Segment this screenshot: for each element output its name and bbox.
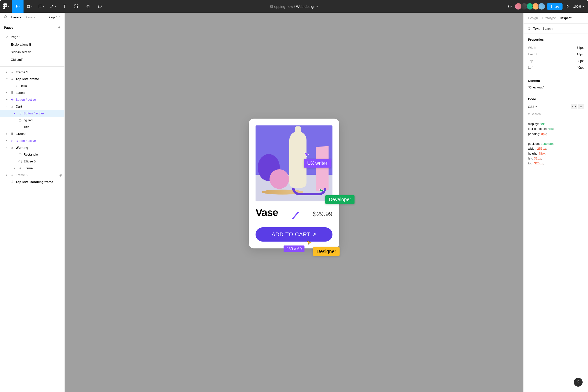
frame-icon: # xyxy=(10,104,14,108)
resize-handle[interactable] xyxy=(253,225,255,227)
right-panel: Design Prototype Inspect T Text Search P… xyxy=(523,13,588,392)
resize-handle[interactable] xyxy=(253,242,255,244)
pen-icon xyxy=(50,4,54,8)
code-view-button[interactable]: <> xyxy=(571,104,577,109)
layer-component[interactable]: ▸❖Button / active xyxy=(0,96,64,103)
svg-point-4 xyxy=(4,16,6,18)
prop-width: Width54px xyxy=(528,44,584,51)
layer-frame[interactable]: ▸#Frame xyxy=(0,165,64,172)
layer-frame-hidden[interactable]: ▸#Frame 5◉ xyxy=(0,172,64,178)
page-selector[interactable]: Page 1 ⌃ xyxy=(48,16,60,19)
frame-tool-button[interactable]: ▾ xyxy=(24,0,35,13)
add-page-button[interactable]: + xyxy=(58,25,60,30)
layer-frame[interactable]: ▾#Warning xyxy=(0,144,64,151)
resize-handle[interactable] xyxy=(333,242,335,244)
left-panel-tabs: Layers Assets Page 1 ⌃ xyxy=(0,13,64,22)
cursor-icon xyxy=(15,5,18,8)
tab-layers[interactable]: Layers xyxy=(11,16,22,19)
help-button[interactable]: ? xyxy=(574,378,582,386)
layer-rectangle[interactable]: ▢bg red xyxy=(0,116,64,124)
resources-button[interactable] xyxy=(70,0,82,13)
component-icon: ❖ xyxy=(10,98,14,102)
chevron-down-icon: ▾ xyxy=(55,6,56,8)
layer-instance[interactable]: ▸◇Button / active xyxy=(0,110,64,116)
comment-icon xyxy=(98,4,102,8)
pen-tool-button[interactable]: ▾ xyxy=(47,0,59,13)
inspect-tabs: Design Prototype Inspect xyxy=(524,13,588,24)
layer-frame[interactable]: ▾#Cart xyxy=(0,103,64,110)
shape-tool-button[interactable]: ▾ xyxy=(35,0,47,13)
tab-assets[interactable]: Assets xyxy=(26,16,35,19)
ellipse-icon: ◯ xyxy=(18,159,22,163)
frame-icon: # xyxy=(10,70,14,74)
hand-tool-button[interactable] xyxy=(82,0,94,13)
visibility-icon[interactable]: ◉ xyxy=(59,173,62,177)
resize-handle[interactable] xyxy=(333,225,335,227)
toolbar-left: ▾ ▾ ▾ ▾ ▾ T xyxy=(0,0,106,13)
layer-ellipse[interactable]: ◯Ellipse 5 xyxy=(0,158,64,165)
audio-button[interactable] xyxy=(506,0,514,13)
tab-prototype[interactable]: Prototype xyxy=(542,16,556,20)
avatar[interactable] xyxy=(538,3,545,10)
pages-list: Page 1 Explorations B Sign-in screen Old… xyxy=(0,33,64,66)
code-lang-selector[interactable]: CSS ▾ xyxy=(528,105,537,108)
rectangle-icon: ▢ xyxy=(18,152,22,156)
selection-dimensions: 260 × 60 xyxy=(284,246,304,252)
page-item[interactable]: Sign-in screen xyxy=(0,48,64,56)
arrow-icon: ↗ xyxy=(312,232,316,237)
zoom-selector[interactable]: 100% ▾ xyxy=(573,5,584,8)
product-card[interactable]: Vase $29.99 ADD TO CART ↗ 260 × 60 xyxy=(249,118,339,248)
page-item[interactable]: Page 1 xyxy=(0,33,64,41)
move-tool-button[interactable]: ▾ xyxy=(12,0,24,13)
prop-left: Left40px xyxy=(528,64,584,71)
group-icon: ⠿ xyxy=(10,91,14,94)
selected-element-wrapper: ADD TO CART ↗ 260 × 60 xyxy=(256,227,332,242)
add-to-cart-button[interactable]: ADD TO CART ↗ xyxy=(256,227,332,242)
instance-icon: ◇ xyxy=(10,139,14,142)
text-tool-button[interactable]: T xyxy=(59,0,70,13)
layer-scrolling-frame[interactable]: ⇵Top-level scrolling frame xyxy=(0,178,64,185)
breadcrumb-page: Web design xyxy=(296,4,315,8)
page-item[interactable]: Explorations B xyxy=(0,41,64,48)
share-button[interactable]: Share xyxy=(547,3,562,10)
product-price: $29.99 xyxy=(313,210,332,218)
group-icon: ⠿ xyxy=(10,132,14,136)
search-icon[interactable] xyxy=(4,15,7,19)
properties-section: Properties Width54px Height18px Top8px L… xyxy=(524,34,588,75)
layer-instance[interactable]: ▸◇Button / active xyxy=(0,137,64,144)
slash-decoration xyxy=(292,212,299,219)
layer-text[interactable]: TTitle xyxy=(0,124,64,130)
canvas[interactable]: Vase $29.99 ADD TO CART ↗ 260 × 60 xyxy=(65,13,523,392)
code-settings-button[interactable]: ≡ xyxy=(578,104,584,109)
present-button[interactable] xyxy=(564,0,571,13)
figma-logo-button[interactable]: ▾ xyxy=(0,0,12,13)
svg-rect-3 xyxy=(75,7,76,8)
layer-group[interactable]: ▸⠿Group 2 xyxy=(0,130,64,137)
layer-rectangle[interactable]: ▢Rectangle xyxy=(0,151,64,158)
resources-icon xyxy=(74,4,78,8)
layer-frame[interactable]: ▸#Frame 1 xyxy=(0,68,64,76)
chevron-down-icon: ▾ xyxy=(19,6,20,8)
layer-text[interactable]: THello xyxy=(0,82,64,89)
tab-inspect[interactable]: Inspect xyxy=(560,16,572,20)
text-icon: T xyxy=(18,125,22,129)
collaborator-avatars[interactable] xyxy=(516,3,545,10)
tab-design[interactable]: Design xyxy=(528,16,538,20)
page-item[interactable]: Old stuff xyxy=(0,56,64,64)
prop-top: Top8px xyxy=(528,58,584,64)
layer-frame[interactable]: ▾#Top-level frame xyxy=(0,76,64,82)
inspect-type-row: T Text Search xyxy=(524,24,588,34)
play-icon xyxy=(566,5,570,8)
chevron-down-icon: ▾ xyxy=(31,6,32,8)
code-block[interactable]: // Search display: flex; flex-direction:… xyxy=(528,112,584,166)
rectangle-icon: ▢ xyxy=(18,118,22,122)
layer-name: Search xyxy=(542,27,552,30)
breadcrumb[interactable]: Shopping-flow / Web design ▾ xyxy=(270,4,318,8)
content-section: Content "Checkout" xyxy=(524,75,588,93)
layers-tree: ▸#Frame 1 ▾#Top-level frame THello ▸⠿Lab… xyxy=(0,66,64,392)
text-icon: T xyxy=(14,84,18,88)
layer-group[interactable]: ▸⠿Labels xyxy=(0,89,64,96)
frame-icon: # xyxy=(10,173,14,177)
comment-tool-button[interactable] xyxy=(94,0,106,13)
product-title: Vase xyxy=(256,207,278,218)
